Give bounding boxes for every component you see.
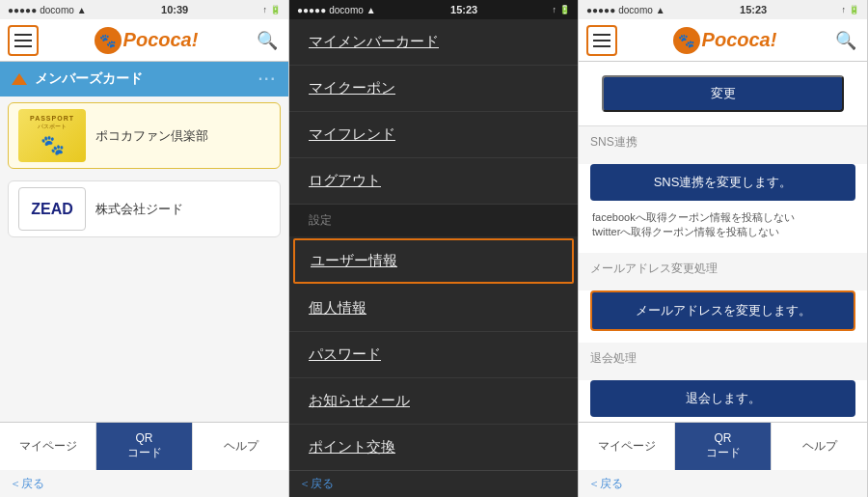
search-button-1[interactable]: 🔍 (254, 27, 281, 54)
nav-mypage-3[interactable]: マイページ (579, 423, 675, 470)
withdraw-section-title: 退会処理 (579, 343, 867, 374)
signal-icon-2: ●●●●● (297, 5, 326, 15)
right-icons-2: ↑ 🔋 (552, 5, 570, 14)
menu-personal-info[interactable]: 個人情報 (289, 286, 578, 332)
sns-info-line2: twitterへ取得クーポン情報を投稿しない (592, 225, 854, 239)
menu-logout[interactable]: ログアウト (289, 158, 578, 205)
nav-help-label-1: ヘルプ (224, 438, 258, 455)
hamburger-line (14, 40, 32, 41)
time-1: 10:39 (161, 4, 188, 15)
back-button-2[interactable]: ＜戻る (289, 470, 578, 497)
pococa-logo-1: 🐾 Pococa! (95, 27, 199, 54)
members-dots: ··· (258, 70, 277, 88)
time-3: 15:23 (740, 4, 767, 15)
menu-user-info[interactable]: ユーザー情報 (293, 238, 574, 284)
nav-help-label-3: ヘルプ (802, 438, 837, 455)
back-button-1[interactable]: ＜戻る (0, 470, 288, 497)
time-2: 15:23 (450, 4, 477, 15)
nav-qr-3[interactable]: QR コード (675, 423, 772, 470)
battery-icon: 🔋 (270, 5, 281, 14)
hamburger-line (14, 45, 32, 47)
menu-button-1[interactable] (8, 25, 39, 56)
email-section: メールアドレスを変更します。 (579, 290, 867, 343)
search-button-3[interactable]: 🔍 (832, 27, 859, 54)
gps-icon-3: ↑ (841, 5, 846, 14)
logo-icon-3: 🐾 (673, 27, 700, 54)
carrier-2: ●●●●● docomo ▲ (297, 5, 376, 15)
status-bar-2: ●●●●● docomo ▲ 15:23 ↑ 🔋 (289, 0, 578, 19)
change-section: 変更 (579, 62, 867, 126)
menu-label-1: マイクーポン (309, 79, 395, 96)
menu-password[interactable]: パスワード (289, 332, 578, 378)
menu-label-2: マイフレンド (309, 125, 395, 142)
menu-notification-mail[interactable]: お知らせメール (289, 378, 578, 425)
battery-icon-2: 🔋 (559, 5, 570, 14)
menu-my-friend[interactable]: マイフレンド (289, 112, 578, 158)
wifi-icon-2: ▲ (366, 5, 376, 15)
menu-button-3[interactable] (586, 25, 617, 56)
app-header-3: 🐾 Pococa! 🔍 (579, 19, 867, 62)
passport-label: PAssPORT (30, 115, 74, 122)
zead-card-name: 株式会社ジード (95, 201, 183, 218)
withdraw-section: 退会します。 (579, 380, 867, 422)
zead-logo-box: ZEAD (18, 187, 86, 231)
back-label-2: ＜戻る (299, 476, 334, 492)
passport-sub: パスポート (38, 123, 67, 131)
settings-label-4: ポイント交換 (309, 438, 395, 455)
passport-icon: 🐾 (41, 133, 65, 156)
signal-icon-3: ●●●●● (586, 5, 615, 15)
back-button-3[interactable]: ＜戻る (579, 470, 867, 497)
carrier-1: ●●●●● docomo ▲ (8, 5, 87, 15)
panel-menu: ●●●●● docomo ▲ 15:23 ↑ 🔋 マイメンバーカード マイクーポ… (289, 0, 579, 497)
sns-info: facebookへ取得クーポン情報を投稿しない twitterへ取得クーポン情報… (579, 207, 867, 247)
passport-card[interactable]: PAssPORT パスポート 🐾 ポコカファン倶楽部 (8, 102, 281, 169)
nav-help-3[interactable]: ヘルプ (772, 423, 867, 470)
arrow-up-icon (12, 73, 27, 85)
bottom-nav-1: マイページ QR コード ヘルプ (0, 422, 288, 470)
nav-qr-sub-3: コード (706, 445, 741, 461)
settings-label-0: ユーザー情報 (311, 252, 397, 268)
nav-qr-label-3: QR (715, 431, 732, 445)
passport-card-name: ポコカファン倶楽部 (95, 127, 208, 145)
bottom-nav-3: マイページ QR コード ヘルプ (579, 422, 867, 470)
sns-change-button[interactable]: SNS連携を変更します。 (590, 164, 855, 201)
menu-list: マイメンバーカード マイクーポン マイフレンド ログアウト 設定 ユーザー情報 … (289, 19, 578, 470)
panel-user-settings: ●●●●● docomo ▲ 15:23 ↑ 🔋 🐾 Pococa! 🔍 変更 … (579, 0, 868, 497)
nav-mypage-1[interactable]: マイページ (0, 423, 96, 470)
battery-icon-3: 🔋 (849, 5, 859, 14)
right-icons-1: ↑ 🔋 (262, 5, 281, 14)
menu-label-3: ログアウト (309, 172, 381, 188)
zead-card[interactable]: ZEAD 株式会社ジード (8, 180, 281, 237)
hamburger-line-3c (593, 45, 610, 47)
email-section-title: メールアドレス変更処理 (579, 253, 867, 285)
menu-point-exchange[interactable]: ポイント交換 (289, 425, 578, 470)
sns-section: SNS連携を変更します。 facebookへ取得クーポン情報を投稿しない twi… (579, 164, 867, 253)
logo-text-3: Pococa! (702, 29, 777, 51)
back-label-3: ＜戻る (588, 476, 623, 492)
carrier-name-1: docomo (40, 5, 74, 15)
hamburger-line (14, 34, 32, 36)
back-label-1: ＜戻る (10, 476, 44, 492)
email-change-button[interactable]: メールアドレスを変更します。 (590, 290, 855, 331)
nav-mypage-label-1: マイページ (19, 438, 77, 455)
nav-help-1[interactable]: ヘルプ (193, 423, 288, 470)
members-header: メンバーズカード ··· (0, 62, 288, 97)
settings-label-1: 個人情報 (309, 299, 366, 316)
menu-my-member-card[interactable]: マイメンバーカード (289, 19, 578, 66)
wifi-icon-3: ▲ (656, 5, 665, 15)
withdraw-button[interactable]: 退会します。 (590, 380, 855, 417)
menu-label-0: マイメンバーカード (309, 33, 439, 49)
change-button[interactable]: 変更 (602, 75, 844, 112)
signal-icon: ●●●●● (8, 5, 37, 15)
status-bar-1: ●●●●● docomo ▲ 10:39 ↑ 🔋 (0, 0, 288, 19)
pococa-logo-3: 🐾 Pococa! (673, 27, 777, 54)
nav-qr-1[interactable]: QR コード (96, 423, 193, 470)
right-icons-3: ↑ 🔋 (841, 5, 859, 14)
settings-section-label: 設定 (289, 205, 578, 236)
sns-info-line1: facebookへ取得クーポン情報を投稿しない (592, 210, 854, 225)
nav-qr-sub-1: コード (127, 445, 162, 461)
carrier-name-3: docomo (618, 5, 653, 15)
settings-label-2: パスワード (309, 345, 381, 362)
passport-logo: PAssPORT パスポート 🐾 (18, 109, 86, 162)
menu-my-coupon[interactable]: マイクーポン (289, 66, 578, 112)
